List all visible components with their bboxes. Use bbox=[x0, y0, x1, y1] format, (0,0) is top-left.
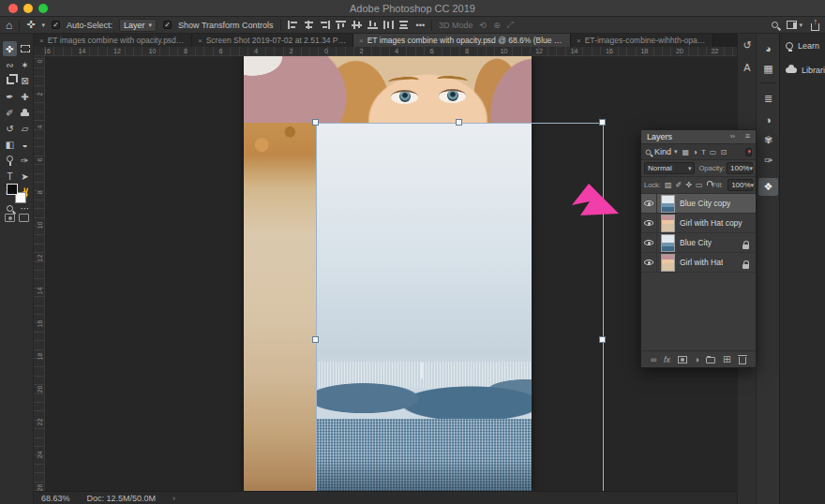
align-center-h-icon[interactable] bbox=[304, 21, 314, 29]
filter-kind-value[interactable]: Kind bbox=[654, 147, 671, 156]
document-canvas[interactable] bbox=[244, 56, 532, 491]
clone-stamp-tool[interactable] bbox=[18, 105, 32, 120]
visibility-cell[interactable] bbox=[641, 233, 657, 252]
align-top-icon[interactable] bbox=[336, 21, 346, 29]
search-icon[interactable] bbox=[772, 22, 778, 28]
opacity-dropdown[interactable]: 100% ▾ bbox=[727, 162, 753, 174]
horizontal-ruler[interactable]: 1614121086420246810121416182022 bbox=[45, 47, 737, 56]
new-layer-icon[interactable]: ⊞ bbox=[723, 353, 731, 365]
new-adjustment-layer-icon[interactable]: ◑ bbox=[694, 355, 698, 364]
delete-layer-icon[interactable] bbox=[739, 357, 746, 364]
home-icon[interactable]: ⌂ bbox=[6, 19, 12, 32]
collapse-panel-icon[interactable]: ›› bbox=[730, 132, 735, 141]
chevron-down-icon[interactable]: ▾ bbox=[41, 22, 45, 29]
align-left-icon[interactable] bbox=[288, 21, 298, 29]
visibility-cell[interactable] bbox=[641, 214, 657, 232]
document-tab[interactable]: ×ET images combine with opacity.psd @ 68… bbox=[353, 34, 571, 47]
layer-row[interactable]: Girl with Hat bbox=[641, 253, 756, 273]
auto-select-target-dropdown[interactable]: Layer ▾ bbox=[119, 19, 157, 32]
fill-dropdown[interactable]: 100% ▾ bbox=[728, 179, 753, 191]
document-tab[interactable]: ×Screen Shot 2019-07-02 at 2.51.34 PM.pn… bbox=[192, 34, 353, 47]
handle-top-right[interactable] bbox=[599, 119, 606, 126]
visibility-cell[interactable] bbox=[641, 194, 657, 213]
type-tool[interactable]: T bbox=[3, 169, 17, 184]
color-panel-icon[interactable]: ◕ bbox=[758, 39, 778, 57]
foreground-color-swatch[interactable] bbox=[7, 184, 18, 195]
rectangular-marquee-tool[interactable] bbox=[18, 41, 32, 56]
move-tool[interactable]: ✜ bbox=[3, 41, 17, 56]
layers-panel-title-tab[interactable]: Layers bbox=[647, 132, 672, 141]
layers-panel-icon[interactable]: ❖ bbox=[758, 178, 778, 196]
screen-mode-icon[interactable] bbox=[19, 214, 29, 222]
auto-select-checkbox[interactable]: ✓ bbox=[52, 21, 60, 29]
character-panel-icon[interactable]: A bbox=[738, 62, 757, 73]
healing-brush-tool[interactable]: ✚ bbox=[18, 89, 32, 104]
chevron-down-icon[interactable]: ▾ bbox=[674, 148, 678, 156]
close-tab-icon[interactable]: × bbox=[39, 37, 44, 45]
align-middle-icon[interactable] bbox=[352, 21, 362, 29]
lasso-tool[interactable]: ∾ bbox=[3, 57, 17, 72]
lock-position-icon[interactable]: ✜ bbox=[685, 181, 692, 189]
pen-tool[interactable]: ✑ bbox=[18, 153, 32, 168]
layer-row[interactable]: Girl with Hat copy bbox=[641, 214, 756, 233]
layer-effects-icon[interactable]: fx bbox=[664, 355, 670, 364]
layer-row[interactable]: Blue City copy bbox=[641, 194, 756, 214]
document-tab[interactable]: ×ET images combine with opacity.psd @ 33… bbox=[34, 34, 192, 47]
layer-thumbnail[interactable] bbox=[661, 234, 675, 252]
visibility-cell[interactable] bbox=[641, 253, 657, 272]
vertical-ruler[interactable]: 02468101214161820222426 bbox=[34, 56, 45, 491]
dodge-tool[interactable] bbox=[3, 153, 17, 168]
lock-artboard-icon[interactable]: ▭ bbox=[696, 181, 703, 189]
layer-row[interactable]: Blue City bbox=[641, 233, 756, 253]
filter-pixel-layers-icon[interactable]: ▦ bbox=[682, 148, 690, 156]
blur-tool[interactable]: ◒ bbox=[18, 137, 32, 152]
learn-panel-item[interactable]: Learn bbox=[786, 41, 819, 51]
link-layers-icon[interactable]: ∞ bbox=[651, 355, 656, 364]
filter-toggle-switch[interactable] bbox=[745, 148, 752, 156]
distribute-v-icon[interactable] bbox=[399, 21, 410, 29]
eraser-tool[interactable]: ▱ bbox=[18, 121, 32, 136]
gradient-tool[interactable]: ◧ bbox=[3, 137, 17, 152]
styles-panel-icon[interactable]: ✾ bbox=[758, 131, 778, 149]
eyedropper-tool[interactable]: ✒ bbox=[3, 89, 17, 104]
ruler-origin-corner[interactable] bbox=[34, 47, 45, 56]
new-group-icon[interactable] bbox=[706, 357, 715, 363]
history-panel-icon[interactable]: ↺ bbox=[738, 39, 757, 52]
document-tab[interactable]: ×ET-images-combine-wihhth-opacity.jpg @ … bbox=[571, 34, 713, 47]
filter-type-layers-icon[interactable]: T bbox=[701, 148, 706, 156]
path-selection-tool[interactable]: ➤ bbox=[18, 169, 32, 184]
quick-mask-mode-icon[interactable] bbox=[5, 214, 15, 222]
history-brush-tool[interactable]: ↺ bbox=[3, 121, 17, 136]
align-bottom-icon[interactable] bbox=[368, 21, 378, 29]
panel-menu-icon[interactable]: ≡ bbox=[745, 131, 750, 141]
handle-mid-right[interactable] bbox=[599, 336, 606, 343]
align-right-icon[interactable] bbox=[320, 21, 330, 29]
swatches-panel-icon[interactable]: ▦ bbox=[758, 60, 778, 78]
lock-pixels-icon[interactable]: ✐ bbox=[676, 181, 682, 189]
status-chevron-icon[interactable]: › bbox=[172, 494, 175, 503]
paths-panel-icon[interactable]: ✑ bbox=[758, 152, 778, 170]
show-transform-checkbox[interactable]: ✓ bbox=[163, 21, 172, 29]
close-tab-icon[interactable]: × bbox=[359, 37, 364, 45]
layer-thumbnail[interactable] bbox=[661, 254, 675, 272]
add-layer-mask-icon[interactable] bbox=[678, 356, 687, 363]
libraries-panel-item[interactable]: Libraries bbox=[786, 66, 825, 75]
zoom-level-field[interactable]: 68.63% bbox=[41, 494, 70, 503]
move-tool-preset-icon[interactable]: ✜ bbox=[26, 19, 35, 31]
magic-wand-tool[interactable]: ✶ bbox=[18, 57, 32, 72]
adjustments-panel-icon[interactable]: ◑ bbox=[758, 111, 778, 128]
close-tab-icon[interactable]: × bbox=[198, 37, 202, 45]
more-options-icon[interactable]: ••• bbox=[416, 21, 425, 30]
workspace-switcher[interactable]: ▾ bbox=[787, 21, 802, 29]
filter-group-layers-icon[interactable]: ▭ bbox=[710, 148, 717, 156]
blend-mode-dropdown[interactable]: Normal ▾ bbox=[644, 162, 695, 174]
distribute-h-icon[interactable] bbox=[383, 21, 394, 29]
layer-thumbnail[interactable] bbox=[661, 195, 675, 213]
filter-adjustment-layers-icon[interactable]: ◑ bbox=[693, 148, 698, 156]
crop-tool[interactable] bbox=[3, 73, 17, 88]
share-icon[interactable] bbox=[811, 23, 819, 31]
brush-tool[interactable]: ✐ bbox=[3, 105, 17, 120]
lock-transparency-icon[interactable]: ▨ bbox=[665, 181, 672, 189]
layer-thumbnail[interactable] bbox=[661, 215, 675, 232]
filter-smart-objects-icon[interactable]: ⊡ bbox=[720, 148, 727, 156]
